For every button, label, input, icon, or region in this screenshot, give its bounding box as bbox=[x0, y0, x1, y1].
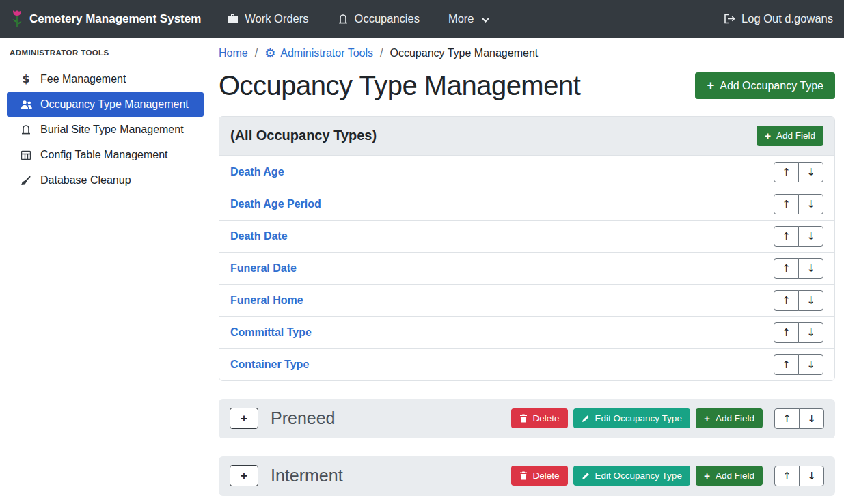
page-title: Occupancy Type Management bbox=[219, 70, 580, 101]
breadcrumb-admin-tools-link[interactable]: ⚙ Administrator Tools bbox=[264, 47, 373, 59]
broom-icon bbox=[19, 176, 33, 186]
add-field-button[interactable]: + Add Field bbox=[757, 126, 823, 146]
reorder-buttons: ↑ ↓ bbox=[774, 322, 823, 343]
monument-icon bbox=[19, 124, 33, 135]
card-title: (All Occupancy Types) bbox=[230, 128, 377, 143]
trash-icon bbox=[519, 471, 528, 480]
breadcrumb-current-page: Occupancy Type Management bbox=[390, 47, 539, 59]
sidebar-item-label: Database Cleanup bbox=[40, 174, 131, 186]
move-down-button[interactable]: ↓ bbox=[798, 226, 823, 247]
sidebar-item-fee-management[interactable]: $ Fee Management bbox=[7, 66, 204, 92]
trash-icon bbox=[519, 414, 528, 423]
delete-label: Delete bbox=[533, 413, 560, 423]
sidebar-item-occupancy-type-management[interactable]: Occupancy Type Management bbox=[7, 92, 204, 117]
breadcrumb-home-link[interactable]: Home bbox=[219, 47, 248, 59]
field-link-funeral-home[interactable]: Funeral Home bbox=[230, 294, 303, 307]
add-field-label: Add Field bbox=[776, 130, 815, 141]
sidebar-item-config-table-management[interactable]: Config Table Management bbox=[7, 143, 204, 167]
sidebar-item-database-cleanup[interactable]: Database Cleanup bbox=[7, 168, 204, 193]
field-row: Funeral Date ↑ ↓ bbox=[219, 252, 834, 284]
move-up-button[interactable]: ↑ bbox=[774, 354, 799, 375]
add-field-label: Add Field bbox=[716, 471, 754, 481]
nav-item-label: Occupancies bbox=[355, 12, 420, 25]
field-link-committal-type[interactable]: Committal Type bbox=[230, 326, 312, 339]
pencil-icon bbox=[582, 415, 590, 423]
move-down-button[interactable]: ↓ bbox=[798, 290, 823, 311]
users-icon bbox=[19, 100, 33, 109]
nav-item-work-orders[interactable]: Work Orders bbox=[227, 12, 308, 25]
logout-icon bbox=[724, 14, 735, 24]
move-up-button[interactable]: ↑ bbox=[774, 290, 799, 311]
add-field-label: Add Field bbox=[716, 413, 754, 423]
sidebar-item-label: Burial Site Type Management bbox=[40, 124, 184, 136]
add-field-button[interactable]: + Add Field bbox=[696, 466, 763, 486]
field-link-death-age-period[interactable]: Death Age Period bbox=[230, 198, 321, 210]
plus-icon: + bbox=[707, 79, 714, 92]
sidebar-section-header: Administrator Tools bbox=[7, 38, 204, 66]
delete-label: Delete bbox=[533, 471, 560, 481]
logout-button[interactable]: Log Out d.gowans bbox=[724, 12, 833, 25]
move-up-button[interactable]: ↑ bbox=[774, 226, 799, 247]
reorder-buttons: ↑ ↓ bbox=[774, 194, 823, 214]
field-row: Death Age ↑ ↓ bbox=[219, 156, 834, 188]
section-preneed: + Preneed Delete Edit Occupancy Typ bbox=[219, 399, 835, 438]
move-down-button[interactable]: ↓ bbox=[798, 194, 823, 214]
move-down-button[interactable]: ↓ bbox=[799, 408, 824, 429]
sidebar-item-label: Fee Management bbox=[40, 73, 126, 85]
move-up-button[interactable]: ↑ bbox=[774, 408, 800, 429]
tulip-logo-icon bbox=[11, 10, 23, 28]
move-up-button[interactable]: ↑ bbox=[774, 322, 799, 343]
plus-icon: + bbox=[704, 471, 710, 481]
sidebar: Administrator Tools $ Fee Management Occ… bbox=[0, 38, 212, 504]
table-icon bbox=[19, 150, 33, 160]
move-up-button[interactable]: ↑ bbox=[774, 258, 799, 279]
breadcrumb-separator: / bbox=[255, 47, 258, 59]
sidebar-item-label: Config Table Management bbox=[40, 149, 168, 161]
nav-item-label: More bbox=[448, 12, 474, 25]
section-title: Preneed bbox=[271, 408, 336, 428]
section-title: Interment bbox=[271, 466, 343, 486]
breadcrumb-separator: / bbox=[380, 47, 383, 59]
edit-occupancy-type-button[interactable]: Edit Occupancy Type bbox=[573, 466, 690, 486]
delete-button[interactable]: Delete bbox=[511, 466, 568, 486]
plus-icon: + bbox=[704, 413, 710, 424]
move-down-button[interactable]: ↓ bbox=[799, 466, 824, 486]
main-content: Home / ⚙ Administrator Tools / Occupancy… bbox=[212, 38, 844, 504]
delete-button[interactable]: Delete bbox=[511, 408, 568, 428]
move-down-button[interactable]: ↓ bbox=[798, 258, 823, 279]
move-up-button[interactable]: ↑ bbox=[774, 194, 799, 214]
breadcrumb: Home / ⚙ Administrator Tools / Occupancy… bbox=[219, 47, 835, 59]
move-up-button[interactable]: ↑ bbox=[774, 162, 799, 182]
dollar-icon: $ bbox=[19, 72, 33, 85]
chevron-down-icon bbox=[482, 18, 489, 23]
reorder-buttons: ↑ ↓ bbox=[774, 226, 823, 247]
move-down-button[interactable]: ↓ bbox=[798, 322, 823, 343]
move-down-button[interactable]: ↓ bbox=[798, 162, 823, 182]
field-row: Container Type ↑ ↓ bbox=[219, 348, 834, 380]
toolbox-icon bbox=[227, 14, 239, 24]
edit-label: Edit Occupancy Type bbox=[595, 471, 682, 481]
reorder-buttons: ↑ ↓ bbox=[774, 466, 824, 486]
add-field-button[interactable]: + Add Field bbox=[696, 408, 763, 429]
sidebar-item-burial-site-type-management[interactable]: Burial Site Type Management bbox=[7, 117, 204, 142]
reorder-buttons: ↑ ↓ bbox=[774, 258, 823, 279]
move-down-button[interactable]: ↓ bbox=[798, 354, 823, 375]
expand-section-button[interactable]: + bbox=[230, 408, 258, 429]
field-link-funeral-date[interactable]: Funeral Date bbox=[230, 262, 297, 275]
nav-item-more[interactable]: More bbox=[448, 12, 489, 25]
edit-occupancy-type-button[interactable]: Edit Occupancy Type bbox=[573, 408, 690, 428]
sidebar-item-label: Occupancy Type Management bbox=[40, 98, 189, 111]
field-link-container-type[interactable]: Container Type bbox=[230, 359, 309, 371]
edit-label: Edit Occupancy Type bbox=[595, 413, 682, 423]
app-title: Cemetery Management System bbox=[29, 12, 201, 26]
reorder-buttons: ↑ ↓ bbox=[774, 290, 823, 311]
nav-item-occupancies[interactable]: Occupancies bbox=[338, 12, 420, 25]
app-brand[interactable]: Cemetery Management System bbox=[11, 10, 201, 28]
expand-section-button[interactable]: + bbox=[230, 465, 258, 486]
field-link-death-date[interactable]: Death Date bbox=[230, 230, 288, 242]
add-occupancy-type-label: Add Occupancy Type bbox=[720, 80, 823, 92]
reorder-buttons: ↑ ↓ bbox=[774, 354, 823, 375]
move-up-button[interactable]: ↑ bbox=[774, 466, 800, 486]
add-occupancy-type-button[interactable]: + Add Occupancy Type bbox=[695, 72, 835, 98]
field-link-death-age[interactable]: Death Age bbox=[230, 166, 284, 178]
